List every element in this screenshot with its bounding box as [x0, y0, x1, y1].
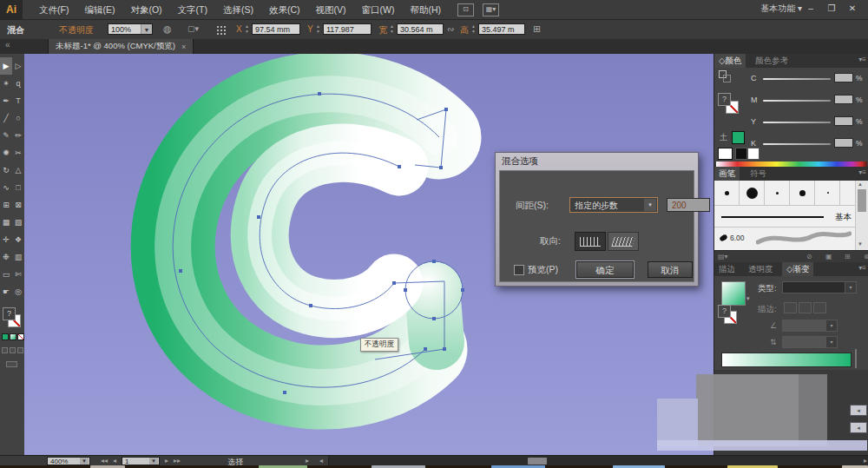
- draw-behind-mode-button[interactable]: [10, 347, 16, 353]
- color-button[interactable]: [2, 333, 9, 340]
- menu-item-4[interactable]: 选择(S): [215, 0, 261, 19]
- stroke-across-button[interactable]: [813, 302, 826, 313]
- direct-selection-tool[interactable]: ▷: [12, 57, 24, 75]
- menu-item-8[interactable]: 帮助(H): [403, 0, 450, 19]
- arrange-documents-icon[interactable]: ▦▾: [483, 3, 499, 16]
- opacity-combo[interactable]: 100% ▼: [108, 23, 153, 35]
- chevron-down-icon[interactable]: ▾: [825, 320, 837, 331]
- align-to-page-button[interactable]: [575, 232, 606, 251]
- reference-point-grid-icon[interactable]: [217, 26, 219, 28]
- gradient-type-combo[interactable]: ▾: [782, 281, 857, 293]
- symbol-sprayer-tool[interactable]: ❉: [0, 248, 12, 266]
- channel-slider[interactable]: [763, 143, 831, 145]
- scrollbar-thumb[interactable]: [858, 189, 866, 212]
- menu-item-3[interactable]: 文字(T): [170, 0, 215, 19]
- scrollbar-thumb[interactable]: [528, 458, 547, 465]
- rotate-tool[interactable]: ↻: [0, 161, 12, 179]
- perspective-grid-tool[interactable]: ⊠: [12, 196, 24, 214]
- scale-tool[interactable]: △: [12, 161, 24, 179]
- transform-panel-icon[interactable]: ⊞: [533, 23, 541, 35]
- pen-tool[interactable]: ✒: [0, 92, 12, 109]
- delete-brush-icon[interactable]: ⊗: [864, 253, 868, 260]
- tab-color-guide[interactable]: 颜色参考: [751, 54, 792, 68]
- scatter-brush-item[interactable]: [714, 181, 740, 205]
- mesh-tool[interactable]: ▦: [0, 214, 12, 231]
- menu-item-0[interactable]: 文件(F): [31, 0, 76, 19]
- hand-tool[interactable]: ☛: [0, 283, 12, 300]
- status-next-icon[interactable]: ▸: [306, 457, 309, 465]
- width-tool[interactable]: ∿: [0, 179, 12, 196]
- width-spinner[interactable]: ▲▼: [389, 23, 395, 35]
- slice-tool[interactable]: ✄: [12, 266, 24, 283]
- panel-menu-icon[interactable]: ▾≡: [858, 168, 866, 176]
- scroll-right-icon[interactable]: ▸: [864, 457, 867, 465]
- scroll-down-icon[interactable]: ▼: [858, 241, 863, 247]
- tab-color[interactable]: ◇颜色: [714, 54, 746, 68]
- blob-brush-tool[interactable]: ✺: [0, 144, 12, 161]
- zoom-combo[interactable]: 400% ▼: [47, 457, 90, 465]
- remove-brush-stroke-icon[interactable]: ⊘: [806, 253, 812, 260]
- channel-value-field[interactable]: [834, 116, 853, 126]
- workspace-switcher[interactable]: 基本功能 ▾: [760, 3, 802, 15]
- brushes-scrollbar[interactable]: ▲ ▼: [855, 181, 868, 250]
- screen-mode-button[interactable]: [6, 361, 17, 367]
- scatter-brush-item[interactable]: [815, 181, 840, 205]
- align-to-path-button[interactable]: [608, 232, 639, 251]
- channel-value-field[interactable]: [834, 138, 853, 148]
- stroke-along-button[interactable]: [799, 302, 812, 313]
- channel-slider[interactable]: [763, 100, 831, 102]
- gradient-button[interactable]: [10, 333, 16, 340]
- menu-item-1[interactable]: 编辑(E): [76, 0, 122, 19]
- go-to-bridge-icon[interactable]: ⊡: [457, 3, 474, 16]
- x-spinner[interactable]: ▲▼: [244, 23, 250, 35]
- zoom-tool[interactable]: ◎: [12, 283, 24, 300]
- y-field[interactable]: 117.987: [323, 23, 372, 35]
- chevron-down-icon[interactable]: ▼: [80, 458, 89, 465]
- chevron-down-icon[interactable]: ▾: [746, 295, 750, 302]
- recolor-artwork-icon[interactable]: ◍: [163, 23, 172, 35]
- chevron-down-icon[interactable]: ▾: [845, 282, 856, 293]
- blend-tool[interactable]: ❖: [12, 231, 24, 248]
- ok-button[interactable]: 确定: [576, 261, 634, 278]
- tab-stroke[interactable]: 描边: [714, 262, 740, 276]
- gradient-opacity-slider[interactable]: [855, 349, 857, 368]
- free-transform-tool[interactable]: □: [12, 179, 24, 196]
- ellipse-tool[interactable]: ○: [12, 109, 24, 127]
- dialog-title[interactable]: 混合选项: [502, 155, 538, 168]
- cancel-button[interactable]: 取消: [648, 261, 693, 278]
- collapsed-control[interactable]: ◂: [850, 422, 867, 433]
- magic-wand-tool[interactable]: ✶: [0, 75, 12, 92]
- channel-value-field[interactable]: [834, 95, 853, 104]
- close-button[interactable]: ✕: [844, 2, 861, 15]
- type-tool[interactable]: T: [12, 92, 24, 109]
- menu-item-2[interactable]: 对象(O): [122, 0, 169, 19]
- minimize-button[interactable]: –: [802, 2, 819, 15]
- scatter-brush-item[interactable]: [740, 181, 765, 205]
- chevron-down-icon[interactable]: ▾: [644, 199, 656, 211]
- artboard-tool[interactable]: ▭: [0, 266, 12, 283]
- style-dropdown-icon[interactable]: ▢▾: [187, 23, 199, 35]
- basic-brush-item[interactable]: 基本: [714, 205, 855, 227]
- document-tab[interactable]: 未标题-1* @ 400% (CMYK/预览) ×: [48, 39, 194, 54]
- opacity-link[interactable]: 不透明度: [59, 24, 94, 36]
- gradient-tool[interactable]: ▧: [12, 214, 24, 231]
- restore-button[interactable]: ❐: [823, 2, 840, 15]
- lasso-tool[interactable]: ɋ: [12, 75, 24, 92]
- spacing-combo[interactable]: 指定的步数 ▾: [569, 197, 658, 213]
- chevron-down-icon[interactable]: ▼: [149, 458, 158, 465]
- draw-inside-mode-button[interactable]: [17, 347, 23, 353]
- new-brush-icon[interactable]: ⊞: [845, 253, 851, 260]
- shape-builder-tool[interactable]: ⊞: [0, 196, 12, 214]
- gradient-slider-bar[interactable]: [721, 353, 852, 367]
- line-tool[interactable]: ╱: [0, 109, 12, 127]
- none-button[interactable]: [17, 333, 24, 340]
- menu-item-6[interactable]: 视图(V): [308, 0, 354, 19]
- brush-libraries-icon[interactable]: ▤▾: [718, 253, 728, 260]
- fill-proxy[interactable]: ?: [3, 307, 16, 320]
- scatter-brush-item[interactable]: [765, 181, 790, 205]
- panel-menu-icon[interactable]: ▾≡: [858, 264, 866, 272]
- channel-slider[interactable]: [763, 122, 831, 123]
- height-spinner[interactable]: ▲▼: [470, 23, 477, 35]
- menu-item-7[interactable]: 窗口(W): [354, 0, 403, 19]
- stroke-within-button[interactable]: [784, 302, 797, 313]
